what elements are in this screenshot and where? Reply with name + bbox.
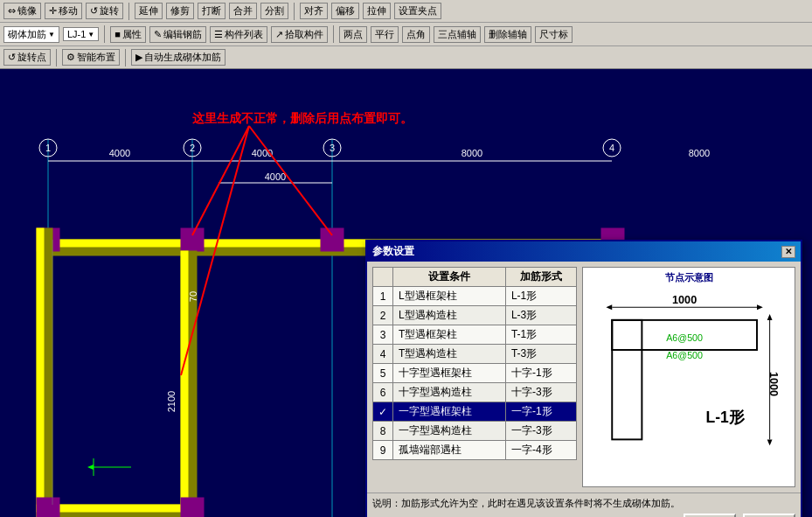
col-header-condition: 设置条件 (393, 268, 506, 287)
trim-btn[interactable]: 修剪 (166, 3, 194, 19)
dialog-title: 参数设置 (372, 244, 414, 259)
footer-controls: 整栋生成 确定 取消 (372, 514, 795, 517)
extend-btn[interactable]: 延伸 (135, 3, 163, 19)
row-num-cell: 9 (373, 441, 393, 460)
row-condition-cell: 十字型遇构造柱 (393, 383, 506, 402)
two-point-btn[interactable]: 两点 (339, 26, 367, 43)
parameter-dialog: 参数设置 ✕ 设置条件 加筋形式 1L型遇框架柱L-1形2L型遇构造柱L-3形3… (365, 240, 802, 517)
svg-rect-32 (37, 505, 198, 512)
svg-text:L-1形: L-1形 (706, 409, 746, 426)
table-row[interactable]: 9孤墙端部遇柱一字-4形 (373, 441, 577, 460)
diagram-svg: 1000 1000 A6@500 A6@500 L-1形 (586, 288, 791, 480)
svg-rect-33 (37, 498, 59, 517)
component-type-dropdown[interactable]: 砌体加筋 ▼ (3, 26, 59, 43)
svg-text:1000: 1000 (767, 372, 780, 396)
row-num-cell: 5 (373, 364, 393, 383)
smart-layout-btn[interactable]: ⚙智能布置 (62, 49, 120, 66)
table-row[interactable]: 2L型遇构造柱L-3形 (373, 306, 577, 325)
row-num-cell: 6 (373, 383, 393, 402)
rotate-point-btn[interactable]: ↺旋转点 (3, 49, 51, 66)
svg-text:4000: 4000 (265, 171, 286, 182)
pick-component-btn[interactable]: ↗拾取构件 (271, 26, 328, 43)
table-row[interactable]: 5十字型遇框架柱十字-1形 (373, 364, 577, 383)
row-num-cell: 1 (373, 287, 393, 306)
row-num-cell: ✓ (373, 402, 393, 422)
svg-text:3: 3 (330, 143, 335, 153)
toolbar-row2: 砌体加筋 ▼ LJ-1 ▼ ■属性 ✎编辑钢筋 ☰构件列表 ↗拾取构件 两点 平… (0, 23, 812, 45)
rotate-btn[interactable]: ↺旋转 (86, 3, 123, 19)
mirror-btn[interactable]: ⇔镜像 (3, 3, 41, 19)
table-row[interactable]: 8一字型遇构造柱一字-3形 (373, 422, 577, 441)
component-list-btn[interactable]: ☰构件列表 (210, 26, 267, 43)
row-num-cell: 3 (373, 325, 393, 345)
dim-btn[interactable]: 尺寸标 (535, 26, 573, 43)
conditions-table: 设置条件 加筋形式 1L型遇框架柱L-1形2L型遇构造柱L-3形3T型遇框架柱T… (372, 267, 577, 460)
row-type-cell: 十字-3形 (505, 383, 576, 402)
parallel-btn[interactable]: 平行 (371, 26, 399, 43)
svg-text:2: 2 (190, 143, 195, 153)
offset-btn[interactable]: 偏移 (331, 3, 359, 19)
table-row[interactable]: 6十字型遇构造柱十字-3形 (373, 383, 577, 402)
properties-btn[interactable]: ■属性 (110, 26, 146, 43)
svg-text:70: 70 (188, 291, 198, 302)
svg-rect-34 (181, 498, 204, 517)
dialog-close-button[interactable]: ✕ (781, 246, 795, 258)
footer-note: 说明：加筋形式允许为空，此时在遇见该设置条件时将不生成砌体加筋。 (372, 497, 795, 510)
split-btn[interactable]: 分割 (260, 3, 288, 19)
row-type-cell: 一字-1形 (505, 402, 576, 422)
row-condition-cell: 十字型遇框架柱 (393, 364, 506, 383)
dialog-titlebar: 参数设置 ✕ (367, 241, 801, 262)
dialog-cancel-button[interactable]: 取消 (743, 514, 795, 517)
edit-rebar-btn[interactable]: ✎编辑钢筋 (149, 26, 206, 43)
separator4 (333, 25, 334, 43)
three-point-btn[interactable]: 三点辅轴 (434, 26, 481, 43)
table-row[interactable]: 3T型遇框架柱T-1形 (373, 325, 577, 345)
toolbar-row2b: ↺旋转点 ⚙智能布置 ▶自动生成砌体加筋 (0, 45, 812, 68)
row-num-cell: 4 (373, 345, 393, 364)
row-condition-cell: T型遇框架柱 (393, 325, 506, 345)
toolbar-row1: ⇔镜像 ✛移动 ↺旋转 延伸 修剪 打断 合并 分割 对齐 偏移 拉伸 设置夹点 (0, 0, 812, 23)
row-num-cell: 2 (373, 306, 393, 325)
row-type-cell: 一字-4形 (505, 441, 576, 460)
svg-rect-30 (181, 251, 188, 517)
row-condition-cell: T型遇构造柱 (393, 345, 506, 364)
auto-gen-btn[interactable]: ▶自动生成砌体加筋 (131, 49, 226, 66)
move-btn[interactable]: ✛移动 (45, 3, 82, 19)
angle-btn[interactable]: 点角 (402, 26, 430, 43)
row-condition-cell: 一字型遇框架柱 (393, 402, 506, 422)
table-row[interactable]: ✓一字型遇框架柱一字-1形 (373, 402, 577, 422)
break-btn[interactable]: 打断 (198, 3, 226, 19)
svg-rect-28 (37, 228, 44, 517)
dropdown1-arrow: ▼ (48, 31, 55, 38)
svg-text:4: 4 (609, 143, 614, 153)
svg-text:4000: 4000 (109, 148, 130, 158)
separator6 (125, 49, 126, 66)
component-id-dropdown[interactable]: LJ-1 ▼ (63, 27, 99, 41)
move-icon: ✛ (49, 5, 57, 17)
row-num-cell: 8 (373, 422, 393, 441)
col-header-num (373, 268, 393, 287)
svg-text:8000: 8000 (462, 148, 482, 158)
join-btn[interactable]: 合并 (229, 3, 257, 19)
align-btn[interactable]: 对齐 (300, 3, 328, 19)
grip-btn[interactable]: 设置夹点 (394, 3, 441, 19)
row-condition-cell: L型遇框架柱 (393, 287, 506, 306)
dialog-body: 设置条件 加筋形式 1L型遇框架柱L-1形2L型遇构造柱L-3形3T型遇框架柱T… (367, 262, 801, 493)
row-type-cell: 十字-1形 (505, 364, 576, 383)
row-type-cell: L-1形 (505, 287, 576, 306)
dropdown2-arrow: ▼ (87, 31, 94, 38)
table-row[interactable]: 1L型遇框架柱L-1形 (373, 287, 577, 306)
del-aux-btn[interactable]: 删除辅轴 (484, 26, 531, 43)
stretch-btn[interactable]: 拉伸 (363, 3, 391, 19)
separator5 (56, 49, 57, 66)
row-type-cell: 一字-3形 (505, 422, 576, 441)
dialog-footer: 说明：加筋形式允许为空，此时在遇见该设置条件时将不生成砌体加筋。 整栋生成 确定… (367, 493, 801, 517)
separator3 (104, 25, 105, 43)
table-row[interactable]: 4T型遇构造柱T-3形 (373, 345, 577, 364)
mirror-icon: ⇔ (8, 5, 16, 17)
svg-text:1: 1 (45, 143, 51, 153)
annotation-text: 这里生成不正常，删除后用点布置即可。 (192, 111, 413, 127)
dialog-right-panel: 节点示意图 1000 (582, 267, 795, 487)
dialog-ok-button[interactable]: 确定 (684, 514, 736, 517)
cad-drawing-area[interactable]: 1 2 3 4 4000 4000 8000 8000 4000 (0, 69, 812, 517)
